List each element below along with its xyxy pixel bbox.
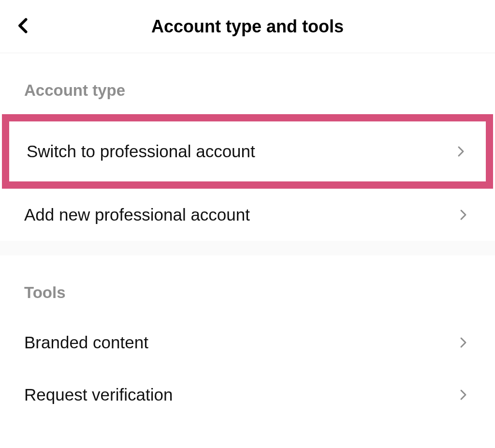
section-account-type: Account type Switch to professional acco… [0, 53, 495, 241]
chevron-right-icon [454, 144, 468, 159]
page-title: Account type and tools [0, 16, 495, 37]
back-button[interactable] [12, 15, 35, 38]
chevron-right-icon [456, 388, 471, 402]
chevron-right-icon [456, 208, 471, 222]
row-label: Switch to professional account [27, 142, 255, 161]
row-label: Add new professional account [24, 205, 250, 224]
row-branded-content[interactable]: Branded content [0, 316, 495, 369]
section-header-account-type: Account type [0, 53, 495, 114]
highlighted-row-container: Switch to professional account [2, 114, 493, 189]
chevron-right-icon [456, 335, 471, 350]
row-request-verification[interactable]: Request verification [0, 369, 495, 421]
chevron-left-icon [15, 17, 31, 36]
row-add-professional[interactable]: Add new professional account [0, 189, 495, 241]
row-label: Branded content [24, 333, 148, 352]
section-divider [0, 241, 495, 255]
header-bar: Account type and tools [0, 0, 495, 53]
section-tools: Tools Branded content Request verificati… [0, 255, 495, 421]
row-switch-professional[interactable]: Switch to professional account [9, 121, 486, 181]
row-label: Request verification [24, 385, 173, 404]
section-header-tools: Tools [0, 255, 495, 316]
